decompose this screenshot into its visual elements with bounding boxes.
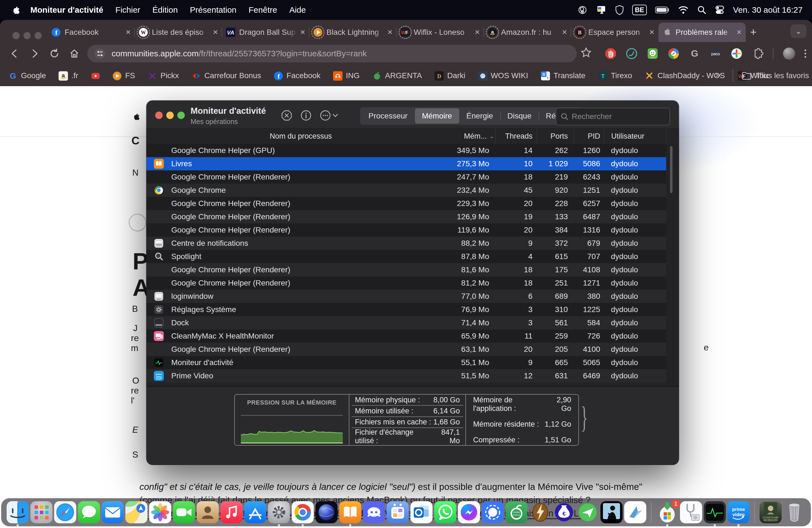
display-language-menu-icon[interactable]: [596, 5, 607, 15]
wifi-icon[interactable]: [678, 6, 689, 14]
cleanmymac-menu-icon[interactable]: [578, 5, 588, 15]
dock-item-app-store[interactable]: [244, 501, 266, 523]
home-button[interactable]: [69, 48, 79, 59]
col-ports[interactable]: Ports: [537, 128, 574, 144]
dock-item-activity-monitor[interactable]: [704, 501, 726, 523]
process-row-r-glages-syst-me[interactable]: Réglages Système76,9 Mo33101225dydoulo: [146, 303, 666, 316]
bookmark-carrefour-bonus[interactable]: Carrefour Bonus: [192, 71, 261, 80]
browser-tab-1[interactable]: WListe des épiso✕: [135, 23, 222, 42]
bookmark-argenta[interactable]: ARGENTA: [372, 71, 422, 80]
bookmarks-overflow-button[interactable]: »: [715, 69, 721, 80]
process-row-moniteur-d-activit-[interactable]: Moniteur d'activité55,1 Mo96655065dydoul…: [146, 356, 666, 369]
col-threads[interactable]: Threads: [495, 128, 537, 144]
apple-menu-icon[interactable]: [11, 5, 20, 15]
am-search-field[interactable]: Rechercher: [556, 108, 670, 126]
process-row-google-chrome-helper-renderer-[interactable]: Google Chrome Helper (Renderer)229,3 Mo2…: [146, 197, 666, 210]
dock-item-outlook[interactable]: [410, 501, 433, 523]
google-plus-extension-icon[interactable]: [731, 48, 742, 59]
more-options-icon[interactable]: [319, 109, 338, 121]
shield-menu-icon[interactable]: [615, 5, 624, 15]
browser-tab-2[interactable]: VADragon Ball Sup✕: [222, 23, 309, 42]
am-tab-processeur[interactable]: Processeur: [361, 108, 415, 124]
dock-item-system-settings[interactable]: [268, 501, 290, 523]
forward-button[interactable]: [29, 48, 40, 59]
docs-extension-icon[interactable]: [668, 48, 679, 59]
teal-extension-icon[interactable]: [626, 48, 637, 59]
pass-extension-icon[interactable]: pass: [710, 48, 721, 59]
inspect-process-icon[interactable]: [300, 109, 312, 121]
site-settings-icon[interactable]: [95, 48, 105, 59]
quit-process-icon[interactable]: [280, 109, 293, 121]
dock-item-disk-doctor[interactable]: [680, 501, 702, 523]
process-row-spotlight[interactable]: Spotlight87,8 Mo4615707dydoulo: [146, 250, 666, 263]
process-row-prime-video[interactable]: primevideoPrime Video51,5 Mo126316469dyd…: [146, 369, 666, 382]
bookmark-facebook[interactable]: fFacebook: [274, 71, 320, 80]
process-row-google-chrome-helper-renderer-[interactable]: Google Chrome Helper (Renderer)126,9 Mo1…: [146, 210, 666, 223]
active-app-menu[interactable]: Moniteur d'activité: [30, 5, 103, 15]
dock-item-maps[interactable]: [126, 501, 147, 523]
dock-item-bolt[interactable]: [529, 501, 551, 523]
window-zoom-button[interactable]: [34, 32, 42, 39]
menu-item-aide[interactable]: Aide: [289, 5, 306, 15]
menu-clock[interactable]: Ven. 30 août 16:27: [733, 5, 802, 15]
dock-item-messages[interactable]: [78, 501, 100, 523]
dock-item-contacts[interactable]: [197, 501, 219, 523]
dock-item-chrome[interactable]: [292, 501, 314, 523]
g-extension-icon[interactable]: G: [689, 48, 700, 59]
browser-tab-7[interactable]: Problèmes rale✕: [658, 23, 746, 42]
process-row-dock[interactable]: Dock71,4 Mo3561584dydoulo: [146, 316, 666, 329]
tab-close-icon[interactable]: ✕: [300, 28, 305, 36]
am-tab-memoire[interactable]: Mémoire: [415, 108, 459, 124]
reload-button[interactable]: [49, 48, 60, 59]
am-close-button[interactable]: [155, 112, 163, 119]
bookmark-star-icon[interactable]: [580, 46, 592, 59]
col-pid[interactable]: PID: [574, 128, 604, 144]
dock-item-launchpad[interactable]: [30, 501, 53, 523]
bookmark-translate[interactable]: GtTranslate: [541, 71, 585, 80]
menu-item-fichier[interactable]: Fichier: [115, 5, 140, 15]
all-bookmarks-button[interactable]: Tous les favoris: [742, 65, 809, 86]
menu-item-fenetre[interactable]: Fenêtre: [249, 5, 277, 15]
process-row-google-chrome-helper-renderer-[interactable]: Google Chrome Helper (Renderer)81,2 Mo18…: [146, 276, 666, 290]
tab-close-icon[interactable]: ✕: [475, 28, 480, 36]
menu-item-presentation[interactable]: Présentation: [190, 5, 236, 15]
col-user[interactable]: Utilisateur: [604, 128, 667, 144]
profile-avatar[interactable]: [783, 47, 795, 60]
bookmark-youtube[interactable]: [91, 71, 100, 80]
control-center-icon[interactable]: [715, 5, 725, 15]
process-row-google-chrome-helper-renderer-[interactable]: Google Chrome Helper (Renderer)63,1 Mo20…: [146, 343, 666, 356]
dock-item-kindle[interactable]: [600, 501, 623, 523]
process-row-loginwindow[interactable]: loginwindow77,0 Mo6689380dydoulo: [146, 290, 666, 303]
am-tab-energie[interactable]: Énergie: [459, 108, 501, 124]
tab-close-icon[interactable]: ✕: [126, 28, 131, 36]
extensions-puzzle-icon[interactable]: [752, 48, 764, 59]
dock-item-messenger[interactable]: [458, 501, 480, 523]
bookmark-tirexo[interactable]: TTirexo: [598, 71, 632, 80]
tab-close-icon[interactable]: ✕: [649, 28, 655, 36]
bookmark-pickx[interactable]: Pickx: [148, 71, 179, 80]
browser-tab-0[interactable]: fFacebook✕: [47, 23, 135, 42]
dock-item-planner[interactable]: [387, 501, 409, 523]
dock-item-facetime[interactable]: [173, 501, 195, 523]
am-minimize-button[interactable]: [166, 112, 174, 119]
process-row-centre-de-notifications[interactable]: Centre de notifications88,2 Mo9372679dyd…: [146, 237, 666, 250]
bookmark-google[interactable]: GGoogle: [8, 71, 46, 80]
new-tab-button[interactable]: +: [750, 26, 756, 39]
tab-close-icon[interactable]: ✕: [562, 28, 567, 36]
dock-item-airdroid[interactable]: [577, 501, 599, 523]
window-minimize-button[interactable]: [24, 32, 31, 39]
dock-item-ms-download[interactable]: 1: [656, 501, 678, 523]
dock-item-books[interactable]: [339, 501, 361, 523]
dock-item-downloads-poster[interactable]: LE SANCTUAIREDES DRAGONS: [759, 501, 782, 523]
process-row-google-chrome[interactable]: Google Chrome232,4 Mo459201251dydoulo: [146, 184, 666, 197]
am-zoom-button[interactable]: [177, 112, 185, 119]
address-bar[interactable]: communities.apple.com/fr/thread/25573657…: [87, 45, 577, 62]
dock-item-moneybag[interactable]: €: [553, 501, 575, 523]
dock-item-mela[interactable]: [505, 501, 527, 523]
dock-item-mail[interactable]: [102, 501, 124, 523]
dock-item-safari[interactable]: [54, 501, 76, 523]
tab-close-icon[interactable]: ✕: [736, 28, 742, 36]
tab-close-icon[interactable]: ✕: [213, 28, 218, 36]
dock-item-signal[interactable]: [482, 501, 504, 523]
bookmark--fr[interactable]: a.fr: [59, 71, 78, 80]
